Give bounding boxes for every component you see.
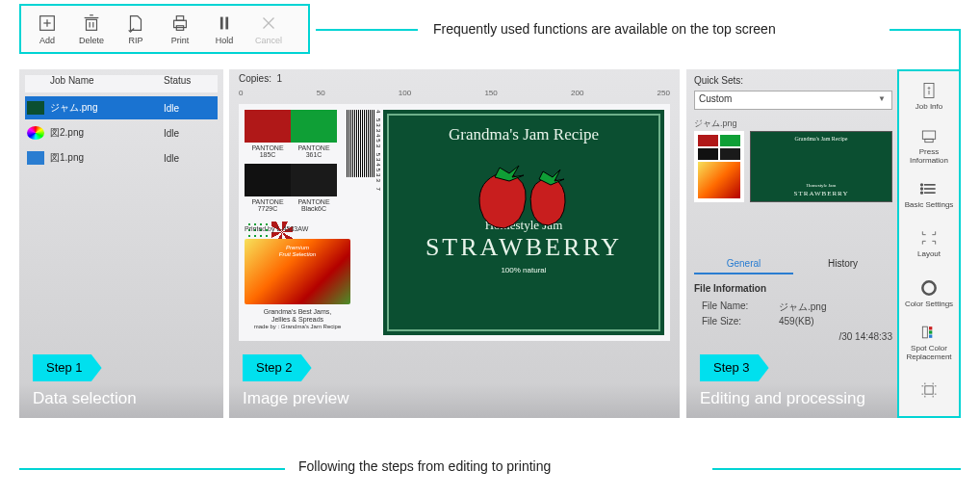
job-list-header: Job Name Status	[25, 75, 218, 92]
circle-icon	[919, 278, 939, 298]
current-file-name: ジャム.png	[694, 117, 737, 130]
hold-button[interactable]: Hold	[202, 7, 246, 51]
mini-label-icon: Grandma's Jam Recipe Homestyle Jam STRAW…	[750, 131, 892, 202]
svg-rect-19	[925, 139, 933, 142]
basic-settings-button[interactable]: Basic Settings	[899, 170, 959, 219]
svg-point-26	[922, 281, 935, 294]
connector-line	[712, 468, 961, 470]
spot-color-button[interactable]: Spot Color Replacement	[899, 318, 959, 367]
page-i-icon	[919, 81, 939, 100]
pause-icon	[214, 13, 235, 34]
job-info-button[interactable]: Job Info	[899, 71, 959, 120]
spot-icon	[919, 323, 939, 342]
connector-line	[19, 468, 285, 470]
svg-rect-31	[929, 335, 932, 338]
press-info-button[interactable]: Press Information	[899, 120, 959, 170]
print-icon	[169, 13, 191, 34]
editing-panel: Quick Sets: Custom ジャム.png Grandma's Jam…	[686, 69, 900, 418]
quick-sets-select[interactable]: Custom	[694, 91, 892, 110]
add-icon	[37, 13, 58, 34]
file-size-row: File Size:459(KB)	[702, 316, 892, 326]
connector-line	[890, 29, 961, 31]
file-name-row: File Name:ジャム.png	[702, 300, 892, 314]
fruit-caption: Grandma's Best Jams, Jellies & Spreads m…	[245, 308, 350, 330]
col-job-name[interactable]: Job Name	[46, 75, 160, 92]
svg-point-25	[921, 193, 923, 195]
job-list-row[interactable]: ジャム.pngIdle	[25, 96, 218, 119]
svg-rect-8	[174, 20, 187, 27]
svg-point-23	[921, 184, 923, 186]
fruit-photo-placeholder: PremiumFruit Selection	[245, 239, 350, 304]
close-icon	[258, 13, 279, 34]
press-icon	[919, 126, 939, 145]
connector-line	[316, 29, 418, 31]
image-preview-panel: Copies: 1 050100150200250 PANTONE 185CPA…	[229, 69, 680, 418]
thumbnail-preview: Grandma's Jam Recipe Homestyle Jam STRAW…	[694, 131, 892, 218]
svg-rect-28	[922, 326, 927, 338]
svg-rect-9	[176, 16, 183, 21]
printed-by-text: Printed by L-4533AW	[245, 225, 308, 232]
layout-button[interactable]: Layout	[899, 219, 959, 268]
crop-marks-button[interactable]	[899, 367, 959, 416]
step2-title: Image preview	[243, 389, 349, 408]
barcode-icon	[347, 110, 375, 177]
copies-label: Copies: 1	[239, 73, 282, 84]
main-label-artwork: Grandma's Jam Recipe Homestyle Jam STRAW…	[383, 110, 664, 335]
svg-rect-3	[87, 19, 97, 30]
ruler: 050100150200250	[239, 89, 670, 100]
bottom-callout-text: Following the steps from editing to prin…	[298, 458, 551, 474]
quick-sets-label: Quick Sets:	[694, 75, 743, 86]
step1-tag: Step 1	[33, 354, 102, 381]
step3-title: Editing and processing	[700, 389, 865, 408]
side-toolbar: Job InfoPress InformationBasic SettingsL…	[897, 69, 961, 418]
add-button[interactable]: Add	[25, 7, 69, 51]
trash-icon	[81, 13, 102, 34]
crop-icon	[919, 228, 939, 248]
svg-rect-18	[922, 131, 935, 139]
tab-general[interactable]: General	[694, 254, 793, 274]
preview-canvas[interactable]: PANTONE 185CPANTONE 361CPANTONE 7729CPAN…	[239, 104, 670, 341]
connector-line	[959, 29, 961, 71]
svg-point-16	[928, 88, 930, 90]
color-settings-button[interactable]: Color Settings	[899, 269, 959, 318]
info-tabs: General History	[694, 254, 892, 274]
svg-rect-30	[929, 331, 932, 334]
strawberry-icon	[456, 156, 591, 237]
top-callout-text: Frequently used functions are available …	[433, 21, 776, 37]
svg-rect-32	[925, 386, 933, 394]
svg-rect-29	[929, 326, 932, 329]
step1-title: Data selection	[33, 389, 137, 408]
step3-tag: Step 3	[700, 354, 769, 381]
job-list-row[interactable]: 図1.pngIdle	[25, 146, 218, 170]
svg-point-24	[921, 189, 923, 191]
data-selection-panel: Job Name Status ジャム.pngIdle図2.pngIdle図1.…	[19, 69, 223, 418]
delete-button[interactable]: Delete	[69, 7, 114, 51]
step2-tag: Step 2	[243, 354, 312, 381]
cancel-button: Cancel	[246, 7, 291, 51]
top-toolbar: AddDeleteRIPPrintHoldCancel	[19, 4, 310, 54]
file-info-header: File Information	[694, 283, 766, 294]
rip-icon	[125, 13, 146, 34]
file-date-row: /30 14:48:33	[702, 331, 892, 342]
barcode-number: 4 533453 534533 7	[375, 110, 381, 193]
job-list-row[interactable]: 図2.pngIdle	[25, 121, 218, 144]
print-button[interactable]: Print	[158, 7, 202, 51]
list-icon	[919, 179, 939, 198]
rip-button[interactable]: RIP	[114, 7, 158, 51]
marks-icon	[919, 380, 939, 400]
col-status[interactable]: Status	[160, 75, 218, 92]
tab-history[interactable]: History	[793, 254, 892, 274]
